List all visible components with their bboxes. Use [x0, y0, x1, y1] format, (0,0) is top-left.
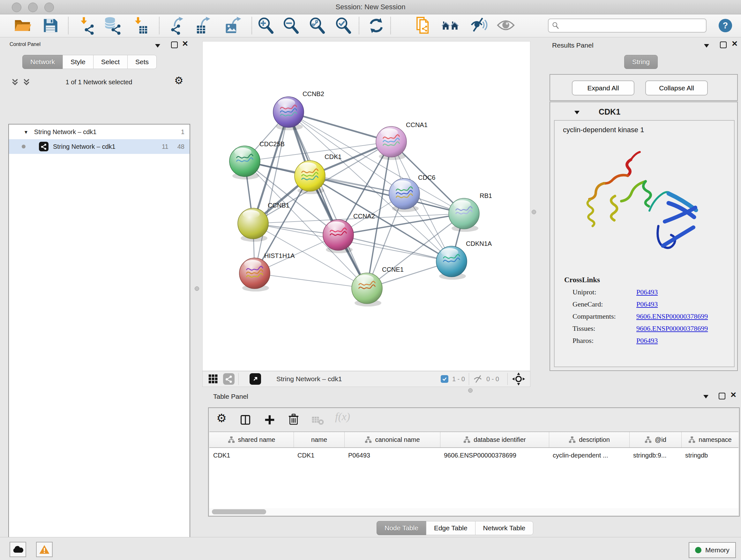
collapse-all-icon[interactable]: [11, 78, 19, 86]
expand-all-icon[interactable]: [22, 78, 30, 86]
entry-collapse-icon[interactable]: [575, 111, 580, 114]
network-canvas[interactable]: CCNB2CCNA1CDC25BCDK1CDC6RB1CCNB1CCNA2CDK…: [202, 41, 530, 371]
tab-network[interactable]: Network: [22, 55, 63, 69]
table-row[interactable]: CDK1CDK1P064939606.ENSP00000378699cyclin…: [209, 448, 738, 462]
crosslink-row: Pharos: P06493: [572, 336, 734, 345]
right-splitter-handle[interactable]: [532, 210, 536, 214]
search-input[interactable]: [559, 22, 703, 30]
table-cell[interactable]: CDK1: [209, 452, 293, 459]
open-session-icon[interactable]: [13, 16, 32, 35]
crosslink-row: GeneCard: P06493: [572, 300, 734, 308]
column-header-canonical-name[interactable]: canonical name: [344, 432, 440, 447]
save-session-icon[interactable]: [41, 16, 60, 35]
network-node-CCNA1[interactable]: CCNA1: [376, 121, 428, 160]
collapse-all-button[interactable]: Collapse All: [645, 80, 708, 96]
crosslink-value[interactable]: 9606.ENSP00000378699: [636, 312, 708, 320]
add-column-icon[interactable]: [264, 414, 276, 426]
import-network-file-icon[interactable]: [77, 16, 95, 35]
zoom-fit-icon[interactable]: [308, 16, 327, 35]
toolbar-search[interactable]: [548, 18, 706, 33]
tab-network-table[interactable]: Network Table: [475, 521, 534, 535]
cloud-button[interactable]: [10, 542, 26, 557]
selected-node-edge-counts: 1 - 0: [452, 375, 465, 383]
table-horizontal-scrollbar[interactable]: [209, 508, 738, 515]
control-panel-close-icon[interactable]: ✕: [182, 41, 188, 47]
show-all-windows-icon[interactable]: [441, 16, 460, 35]
string-style-icon[interactable]: [223, 373, 234, 385]
clone-network-icon[interactable]: [414, 16, 432, 35]
table-cell[interactable]: 9606.ENSP00000378699: [440, 452, 549, 459]
selected-indicator-checkbox[interactable]: [441, 375, 448, 383]
show-columns-icon[interactable]: [239, 414, 252, 426]
collapse-triangle-icon[interactable]: ▼: [23, 129, 28, 135]
table-cell[interactable]: cyclin-dependent ...: [549, 452, 629, 459]
zoom-out-icon[interactable]: [282, 16, 300, 35]
results-panel-float-icon[interactable]: [720, 42, 727, 48]
zoom-in-icon[interactable]: [257, 16, 275, 35]
control-panel-menu-icon[interactable]: [155, 44, 160, 48]
open-in-window-icon[interactable]: [250, 373, 261, 385]
control-panel-float-icon[interactable]: [171, 42, 178, 48]
network-label: String Network – cdk1: [53, 143, 116, 150]
crosslink-value[interactable]: P06493: [636, 336, 658, 345]
expand-all-button[interactable]: Expand All: [572, 80, 634, 96]
column-header-database-identifier[interactable]: database identifier: [440, 432, 549, 447]
table-cell[interactable]: CDK1: [293, 452, 344, 459]
table-cell[interactable]: stringdb: [681, 452, 738, 459]
column-header-@id[interactable]: @id: [629, 432, 681, 447]
tab-style[interactable]: Style: [63, 55, 93, 69]
svg-text:CCNA1: CCNA1: [406, 121, 428, 128]
column-header-namespace[interactable]: namespace: [681, 432, 738, 447]
network-options-gear-icon[interactable]: ⚙: [174, 75, 184, 85]
table-cell[interactable]: stringdb:9...: [629, 452, 681, 459]
memory-button[interactable]: Memory: [689, 542, 736, 558]
warnings-button[interactable]: [36, 542, 53, 557]
refresh-view-icon[interactable]: [367, 16, 386, 35]
network-node-CCNB2[interactable]: CCNB2: [273, 90, 324, 130]
node-table[interactable]: shared namenamecanonical namedatabase id…: [209, 432, 738, 509]
tab-string[interactable]: String: [624, 55, 658, 69]
export-network-icon[interactable]: [169, 16, 187, 35]
tab-node-table[interactable]: Node Table: [377, 521, 426, 535]
export-image-icon[interactable]: [225, 16, 243, 35]
hide-details-icon[interactable]: [470, 16, 488, 35]
column-header-name[interactable]: name: [293, 432, 344, 447]
import-table-file-icon[interactable]: [131, 16, 149, 35]
left-splitter-handle[interactable]: [195, 287, 199, 291]
crosslink-value[interactable]: 9606.ENSP00000378699: [636, 324, 708, 333]
network-node-HIST1H1A[interactable]: HIST1H1A: [239, 252, 295, 292]
network-collection-row[interactable]: ▼ String Network – cdk1 1: [9, 125, 190, 139]
table-panel-close-icon[interactable]: ✕: [730, 392, 737, 398]
show-details-icon[interactable]: [496, 16, 515, 35]
table-options-gear-icon[interactable]: ⚙: [216, 413, 226, 423]
table-cell[interactable]: P06493: [344, 452, 440, 459]
tab-select[interactable]: Select: [93, 55, 128, 69]
import-network-database-icon[interactable]: [103, 16, 122, 35]
grid-view-icon[interactable]: [208, 374, 219, 384]
delete-column-icon[interactable]: [287, 413, 300, 426]
network-node-CDK1[interactable]: CDK1: [294, 153, 341, 194]
network-node-RB1[interactable]: RB1: [449, 192, 492, 232]
crosslink-value[interactable]: P06493: [636, 300, 658, 308]
results-panel-close-icon[interactable]: ✕: [731, 41, 738, 47]
tab-edge-table[interactable]: Edge Table: [426, 521, 475, 535]
birds-eye-view-icon[interactable]: [512, 372, 526, 386]
column-header-shared-name[interactable]: shared name: [209, 432, 293, 447]
tab-sets[interactable]: Sets: [127, 55, 157, 69]
results-panel-menu-icon[interactable]: [704, 44, 709, 48]
network-row[interactable]: String Network – cdk1 11 48: [9, 139, 190, 154]
export-table-icon[interactable]: [194, 16, 213, 35]
navbar-separator: [508, 373, 508, 385]
table-panel-menu-icon[interactable]: [703, 395, 709, 398]
navbar-separator: [469, 373, 469, 385]
zoom-selected-icon[interactable]: [334, 16, 353, 35]
current-network-title: String Network – cdk1: [276, 375, 342, 383]
network-node-CCNB1[interactable]: CCNB1: [238, 202, 289, 242]
scrollbar-thumb[interactable]: [212, 509, 266, 514]
help-icon[interactable]: ?: [718, 18, 733, 33]
table-panel-float-icon[interactable]: [719, 393, 725, 399]
network-node-CDKN1A[interactable]: CDKN1A: [436, 240, 492, 280]
column-header-description[interactable]: description: [549, 432, 629, 447]
crosslink-value[interactable]: P06493: [636, 288, 658, 296]
network-graph[interactable]: CCNB2CCNA1CDC25BCDK1CDC6RB1CCNB1CCNA2CDK…: [203, 42, 530, 371]
